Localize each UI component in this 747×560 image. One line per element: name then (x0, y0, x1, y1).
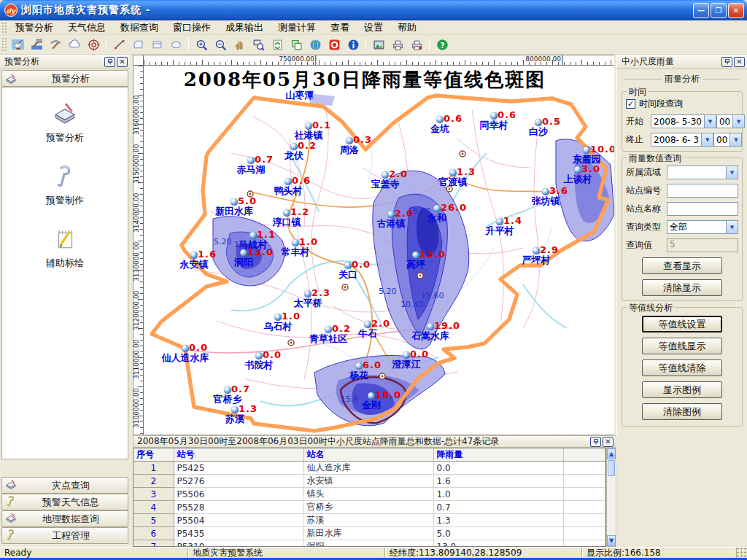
ellipse-tool-icon[interactable] (167, 36, 185, 53)
menu-item-帮助[interactable]: 帮助 (390, 20, 424, 36)
chevron-down-icon[interactable]: ▼ (704, 115, 716, 128)
start-hour-select[interactable]: 00▼ (716, 114, 745, 128)
menu-item-数据查询[interactable]: 数据查询 (113, 20, 166, 36)
resize-grip[interactable] (737, 548, 747, 558)
field-row-查询值: 查询值5 (626, 238, 738, 252)
zoom-out-icon[interactable] (212, 36, 229, 53)
minimize-button[interactable]: — (693, 3, 709, 18)
column-header-降雨量[interactable]: 降雨量 (433, 448, 563, 462)
bottom-panel-pin-button[interactable] (590, 437, 601, 447)
button-清除显示[interactable]: 清除显示 (642, 279, 722, 296)
refresh-icon[interactable] (268, 36, 286, 53)
rectangle-tool-icon[interactable] (148, 36, 166, 53)
left-panel-content: 预警分析预警制作辅助标绘 (1, 87, 128, 459)
menu-item-查看[interactable]: 查看 (323, 20, 357, 36)
map-canvas[interactable]: 5.2010.405.2010.4015.6015.6015.6 2008年05… (144, 66, 615, 435)
station-name-label: 书院村 (245, 359, 274, 372)
time-range-checkbox[interactable]: ✓ (626, 99, 635, 109)
globe-icon[interactable] (306, 36, 324, 53)
status-display-scale: 显示比例:166.158 (582, 548, 737, 558)
menu-item-设置[interactable]: 设置 (357, 20, 390, 36)
站点名称-input[interactable] (667, 202, 738, 216)
button-查看显示[interactable]: 查看显示 (642, 257, 722, 274)
cell: 1.6 (433, 475, 563, 488)
button-等值线显示[interactable]: 等值线显示 (642, 338, 722, 354)
chevron-down-icon[interactable]: ▼ (732, 115, 744, 128)
print-setup-icon[interactable] (408, 36, 425, 53)
sidebar-item-预警分析[interactable]: 预警分析 (2, 101, 128, 144)
left-panel-group-header[interactable]: 预警分析 (1, 70, 128, 87)
scroll-down-button[interactable]: ▼ (607, 535, 616, 546)
sidebar-item-预警制作[interactable]: 预警制作 (2, 163, 128, 207)
scroll-up-button[interactable]: ▲ (607, 448, 616, 459)
bottom-panel-close-button[interactable]: ✕ (603, 437, 614, 447)
站点编号-input[interactable] (667, 184, 738, 198)
menu-item-窗口操作[interactable]: 窗口操作 (166, 20, 218, 36)
sidebar-item-label: 预警分析 (46, 131, 84, 144)
title-bar[interactable]: dy 浏阳市地质灾害预警系统 - —❐✕ (0, 0, 747, 20)
column-header-站名[interactable]: 站名 (303, 448, 433, 462)
sidebar-group-灾点查询[interactable]: 灾点查询 (1, 477, 128, 494)
sidebar-item-label: 预警制作 (46, 194, 84, 207)
sidebar-group-地理数据查询[interactable]: 地理数据查询 (1, 510, 128, 527)
chevron-down-icon[interactable]: ▼ (726, 221, 738, 233)
table-row[interactable]: 1P5425仙人造水库0.0 (133, 462, 605, 475)
menu-item-天气信息[interactable]: 天气信息 (61, 20, 113, 36)
left-panel: 预警分析 ✕ 预警分析 预警分析预警制作辅助标绘 灾点查询预警天气信息地理数据查… (0, 55, 130, 547)
table-row[interactable]: 2P5276永安镇1.6 (133, 475, 605, 488)
table-scrollbar[interactable]: ▲ ▼ (606, 448, 616, 547)
button-显示图例[interactable]: 显示图例 (642, 381, 722, 398)
所属流域-select[interactable]: ▼ (667, 166, 738, 179)
right-panel-pin-button[interactable] (721, 57, 732, 67)
table-row[interactable]: 4P5528官桥乡0.7 (133, 501, 605, 514)
sidebar-group-预警天气信息[interactable]: 预警天气信息 (1, 494, 128, 510)
copy-layer-icon[interactable] (287, 36, 305, 53)
pick-tool-icon[interactable] (47, 36, 64, 53)
print-icon[interactable] (389, 36, 406, 53)
end-hour-select[interactable]: 00▼ (713, 133, 742, 147)
polygon-tool-icon[interactable] (129, 36, 147, 53)
menu-item-预警分析[interactable]: 预警分析 (8, 20, 61, 36)
satellite-dish-icon[interactable] (9, 36, 26, 53)
chevron-down-icon[interactable]: ▼ (726, 166, 738, 179)
zoom-window-icon[interactable] (249, 36, 267, 53)
zoom-in-icon[interactable] (193, 36, 210, 53)
left-panel-close-button[interactable]: ✕ (117, 57, 128, 67)
flood-hammer-icon[interactable] (28, 36, 45, 53)
chevron-down-icon[interactable]: ▼ (729, 133, 741, 146)
menubar-grip[interactable] (1, 22, 7, 33)
sidebar-item-辅助标绘[interactable]: 辅助标绘 (2, 226, 128, 270)
start-date-select[interactable]: 2008- 5-30▼ (651, 114, 716, 128)
station-name-label: 升平村 (486, 225, 514, 238)
right-panel-close-button[interactable]: ✕ (734, 57, 745, 67)
stop-icon[interactable] (325, 36, 343, 53)
end-date-select[interactable]: 2008- 6- 3▼ (651, 133, 713, 147)
close-button[interactable]: ✕ (728, 3, 744, 18)
cell-seq: 7 (133, 540, 174, 548)
button-清除图例[interactable]: 清除图例 (642, 403, 722, 420)
button-等值线设置[interactable]: 等值线设置 (642, 316, 722, 332)
restore-button[interactable]: ❐ (711, 3, 727, 18)
column-header-站号[interactable]: 站号 (174, 448, 303, 462)
table-row[interactable]: 5P5504苏溪1.3 (133, 514, 605, 527)
pan-hand-icon[interactable] (231, 36, 248, 53)
image-export-icon[interactable] (370, 36, 387, 53)
info-icon[interactable] (344, 36, 362, 53)
column-header-序号[interactable]: 序号 (133, 448, 174, 462)
left-panel-pin-button[interactable] (104, 57, 115, 67)
help-icon[interactable] (433, 36, 451, 53)
table-row[interactable]: 6P5435新田水库5.0 (133, 527, 605, 540)
menu-item-成果输出[interactable]: 成果输出 (218, 20, 271, 36)
chevron-down-icon[interactable]: ▼ (701, 133, 713, 146)
cloud-icon[interactable] (66, 36, 83, 53)
查询类型-select[interactable]: 全部▼ (667, 220, 738, 234)
button-等值线清除[interactable]: 等值线清除 (642, 359, 722, 376)
target-icon[interactable] (85, 36, 102, 53)
table-row[interactable]: 3P5506镇头1.0 (133, 488, 605, 501)
scroll-thumb[interactable] (608, 460, 615, 476)
menu-item-测量计算[interactable]: 测量计算 (271, 20, 323, 36)
line-tool-icon[interactable] (110, 36, 128, 53)
station-name-label: 古港镇 (377, 217, 406, 230)
sidebar-group-工程管理[interactable]: 工程管理 (1, 527, 128, 544)
toolbar-grip[interactable] (1, 37, 7, 52)
